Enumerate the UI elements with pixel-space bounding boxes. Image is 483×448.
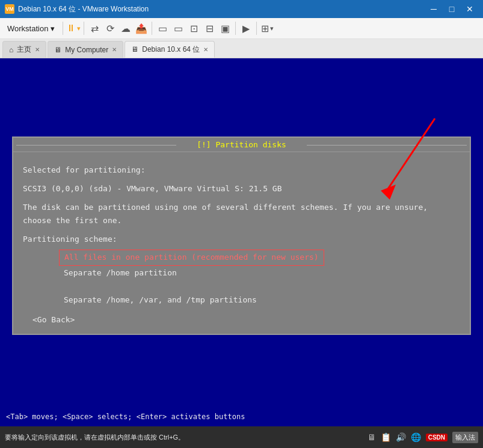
view3-button[interactable]: ⊡ [186, 21, 201, 35]
snapshot-button[interactable]: ⟳ [103, 21, 117, 35]
view1-button[interactable]: ▭ [155, 21, 170, 35]
toolbar-separator-1 [63, 22, 63, 35]
maximize-button[interactable]: □ [443, 3, 460, 15]
dialog-title-text: [!] Partition disks [197, 140, 286, 149]
option-separate-home-var-tmp[interactable]: Separate /home, /var, and /tmp partition… [59, 293, 460, 308]
taskbar-network-icon[interactable]: 📋 [381, 432, 391, 442]
tab-home[interactable]: ⌂ 主页 ✕ [2, 41, 46, 58]
ime-indicator[interactable]: 输入法 [452, 432, 478, 443]
toolbar-separator-3 [152, 22, 152, 35]
home-tab-icon: ⌂ [9, 46, 13, 54]
option-separate-home[interactable]: Separate /home partition [59, 266, 460, 281]
vm-status-bar: <Tab> moves; <Space> selects; <Enter> ac… [0, 407, 483, 426]
home-tab-label: 主页 [17, 44, 31, 55]
tab-debian[interactable]: 🖥 Debian 10.x 64 位 ✕ [125, 41, 215, 58]
console-button[interactable]: ▶ [239, 21, 253, 35]
option-all-files[interactable]: All files in one partition (recommended … [59, 250, 324, 266]
workstation-label: Workstation [7, 24, 48, 33]
pause-button[interactable]: ⏸ ▾ [66, 21, 81, 35]
taskbar-display-icon[interactable]: 🖥 [368, 432, 376, 442]
taskbar-volume-icon[interactable]: 🔊 [396, 432, 406, 442]
taskbar-icons: 🖥 📋 🔊 🌐 CSDN 输入法 [368, 432, 478, 443]
fullscreen-button[interactable]: ⊞ ▾ [260, 21, 274, 35]
vm-display[interactable]: [!] Partition disks Selected for partiti… [0, 58, 483, 407]
toolbar-separator-5 [256, 22, 257, 35]
close-button[interactable]: ✕ [461, 3, 478, 15]
svg-line-0 [387, 118, 435, 191]
view4-button[interactable]: ⊟ [202, 21, 217, 35]
tab-bar: ⌂ 主页 ✕ 🖥 My Computer ✕ 🖥 Debian 10.x 64 … [0, 39, 483, 58]
mycomputer-tab-close[interactable]: ✕ [112, 46, 117, 53]
taskbar-internet-icon[interactable]: 🌐 [411, 432, 421, 442]
fullscreen-icon: ⊞ [261, 23, 269, 34]
debian-tab-label: Debian 10.x 64 位 [142, 44, 200, 55]
share-button[interactable]: 📤 [134, 21, 149, 35]
tab-mycomputer[interactable]: 🖥 My Computer ✕ [48, 41, 123, 58]
mycomputer-tab-label: My Computer [65, 46, 108, 54]
workstation-dropdown-icon: ▾ [51, 24, 55, 33]
arrow-svg [351, 106, 447, 215]
menu-bar: Workstation ▾ ⏸ ▾ ⇄ ⟳ ☁ 📤 ▭ ▭ ⊡ ⊟ ▣ ▶ ⊞ … [0, 18, 483, 39]
title-bar: VM Debian 10.x 64 位 - VMware Workstation… [0, 0, 483, 18]
debian-tab-icon: 🖥 [131, 45, 138, 54]
fullscreen-dropdown-icon: ▾ [270, 25, 274, 32]
window-controls: ─ □ ✕ [425, 3, 478, 15]
window-title: Debian 10.x 64 位 - VMware Workstation [18, 4, 425, 14]
send-ctrl-alt-del-button[interactable]: ⇄ [87, 21, 102, 35]
vmware-icon: VM [5, 4, 14, 14]
go-back-button[interactable]: <Go Back> [32, 314, 460, 327]
minimize-button[interactable]: ─ [425, 3, 442, 15]
view2-button[interactable]: ▭ [171, 21, 185, 35]
pause-icon: ⏸ [66, 23, 76, 34]
cloud-button[interactable]: ☁ [118, 21, 133, 35]
view5-button[interactable]: ▣ [218, 21, 232, 35]
vm-status-text: <Tab> moves; <Space> selects; <Enter> ac… [6, 413, 245, 421]
red-arrow-annotation [351, 106, 447, 217]
debian-tab-close[interactable]: ✕ [203, 46, 208, 53]
toolbar-separator-2 [84, 22, 84, 35]
taskbar: 要将输入定向到该虚拟机，请在虚拟机内部单击或按 Ctrl+G。 🖥 📋 🔊 🌐 … [0, 426, 483, 448]
partitioning-scheme-label: Partitioning scheme: [23, 233, 460, 246]
workstation-menu[interactable]: Workstation ▾ [2, 22, 60, 35]
toolbar-separator-4 [235, 22, 236, 35]
taskbar-hint-text: 要将输入定向到该虚拟机，请在虚拟机内部单击或按 Ctrl+G。 [5, 433, 364, 442]
home-tab-close[interactable]: ✕ [35, 46, 40, 53]
mycomputer-tab-icon: 🖥 [54, 46, 61, 54]
csdn-badge[interactable]: CSDN [426, 434, 448, 441]
partition-options: All files in one partition (recommended … [59, 250, 460, 308]
pause-dropdown-icon: ▾ [77, 25, 81, 32]
